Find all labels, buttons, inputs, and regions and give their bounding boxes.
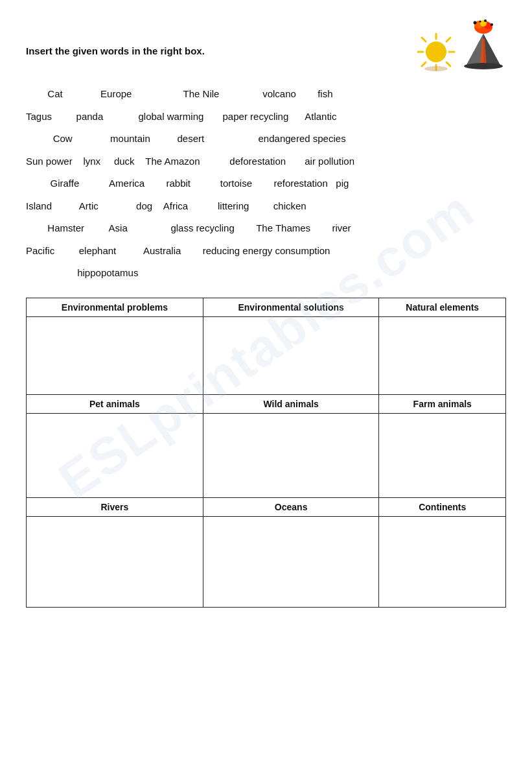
- svg-point-15: [491, 23, 493, 26]
- word: air pollution: [305, 150, 354, 173]
- cell-environmental-problems[interactable]: [27, 316, 203, 394]
- svg-point-9: [424, 66, 448, 71]
- table-content-row-1: [27, 316, 506, 394]
- word: volcano: [262, 83, 296, 106]
- word: Tagus: [26, 106, 52, 128]
- cell-continents[interactable]: [379, 516, 506, 607]
- header-pet-animals: Pet animals: [27, 394, 203, 413]
- words-line-6: Island Artic dog Africa littering chicke…: [26, 195, 506, 218]
- table-header-row-1: Environmental problems Environmental sol…: [27, 298, 506, 316]
- svg-point-8: [426, 41, 446, 62]
- words-container: Cat Europe The Nile volcano fish Tagus p…: [26, 83, 506, 285]
- word: The Amazon: [145, 150, 200, 173]
- word: Atlantic: [305, 106, 336, 128]
- word: littering: [218, 195, 249, 218]
- table-content-row-3: [27, 516, 506, 607]
- cell-environmental-solutions[interactable]: [203, 316, 379, 394]
- word: glass recycling: [170, 217, 234, 240]
- cell-pet-animals[interactable]: [27, 413, 203, 497]
- table-content-row-2: [27, 413, 506, 497]
- word: pig: [336, 172, 349, 195]
- svg-line-4: [422, 38, 426, 41]
- word: dog: [136, 195, 152, 218]
- header-area: Insert the given words in the right box.: [26, 19, 506, 71]
- word: Pacific: [26, 240, 54, 263]
- volcano-icon: [461, 19, 506, 71]
- words-line-9: hippopotamus: [26, 262, 506, 285]
- header-environmental-problems: Environmental problems: [27, 298, 203, 316]
- svg-point-17: [480, 21, 481, 23]
- table-header-row-3: Rivers Oceans Continents: [27, 497, 506, 516]
- word: duck: [114, 150, 135, 173]
- sun-icon: [417, 32, 456, 71]
- word: reforestation: [273, 172, 327, 195]
- word: Cow: [53, 128, 73, 150]
- header-environmental-solutions: Environmental solutions: [203, 298, 379, 316]
- word: elephant: [79, 240, 117, 263]
- word: lynx: [83, 150, 100, 173]
- word: Sun power: [26, 150, 73, 173]
- words-line-8: Pacific elephant Australia reducing ener…: [26, 240, 506, 263]
- svg-point-16: [484, 19, 487, 22]
- word: The Thames: [256, 217, 310, 240]
- word: Europe: [100, 83, 132, 106]
- cell-wild-animals[interactable]: [203, 413, 379, 497]
- word: endangered species: [259, 128, 346, 150]
- word: Artic: [79, 195, 98, 218]
- header-natural-elements: Natural elements: [379, 298, 506, 316]
- cell-oceans[interactable]: [203, 516, 379, 607]
- word: America: [109, 172, 145, 195]
- word: global warming: [138, 106, 203, 128]
- word: Africa: [163, 195, 188, 218]
- svg-line-7: [422, 62, 426, 66]
- svg-line-5: [446, 62, 450, 66]
- words-line-2: Tagus panda global warming paper recycli…: [26, 106, 506, 128]
- svg-line-6: [446, 38, 450, 41]
- word: Australia: [143, 240, 181, 263]
- word: hippopotamus: [77, 262, 138, 285]
- svg-point-21: [464, 63, 503, 69]
- word: paper recycling: [223, 106, 289, 128]
- svg-point-14: [474, 21, 477, 25]
- header-farm-animals: Farm animals: [379, 394, 506, 413]
- header-rivers: Rivers: [27, 497, 203, 516]
- header-continents: Continents: [379, 497, 506, 516]
- word: tortoise: [220, 172, 252, 195]
- word: rabbit: [166, 172, 191, 195]
- header-oceans: Oceans: [203, 497, 379, 516]
- word: desert: [177, 128, 204, 150]
- word: Hamster: [47, 217, 84, 240]
- word: deforestation: [229, 150, 286, 173]
- word: Asia: [109, 217, 128, 240]
- words-line-3: Cow mountain desert endangered species: [26, 128, 506, 150]
- word: reducing energy consumption: [203, 240, 330, 263]
- table-header-row-2: Pet animals Wild animals Farm animals: [27, 394, 506, 413]
- word: Cat: [47, 83, 62, 106]
- words-line-7: Hamster Asia glass recycling The Thames …: [26, 217, 506, 240]
- cell-natural-elements[interactable]: [379, 316, 506, 394]
- page: ESLprintables.com Insert the given words…: [0, 0, 532, 627]
- words-line-5: Giraffe America rabbit tortoise reforest…: [26, 172, 506, 195]
- words-line-4: Sun power lynx duck The Amazon deforesta…: [26, 150, 506, 173]
- category-table: Environmental problems Environmental sol…: [26, 298, 506, 608]
- word: Giraffe: [51, 172, 80, 195]
- word: river: [332, 217, 351, 240]
- word: mountain: [110, 128, 150, 150]
- cell-farm-animals[interactable]: [379, 413, 506, 497]
- icons-area: [417, 19, 506, 71]
- words-line-1: Cat Europe The Nile volcano fish: [26, 83, 506, 106]
- word: panda: [76, 106, 104, 128]
- word: fish: [318, 83, 332, 106]
- instruction: Insert the given words in the right box.: [26, 45, 205, 56]
- word: chicken: [273, 195, 306, 218]
- word: Island: [26, 195, 52, 218]
- header-wild-animals: Wild animals: [203, 394, 379, 413]
- cell-rivers[interactable]: [27, 516, 203, 607]
- word: The Nile: [183, 83, 220, 106]
- table-section: Environmental problems Environmental sol…: [26, 298, 506, 608]
